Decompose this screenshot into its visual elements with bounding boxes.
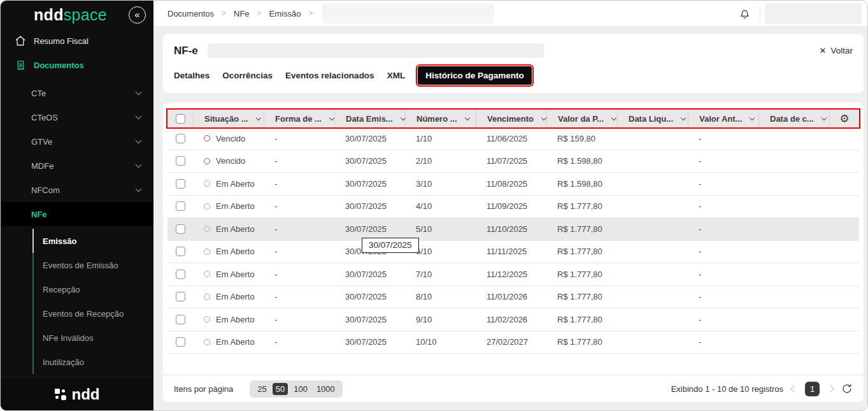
page-size-option-100[interactable]: 100	[290, 383, 311, 395]
chevron-down-icon	[136, 137, 142, 143]
chevron-down-icon	[136, 161, 142, 168]
installment-number-cell: 3/10	[405, 179, 476, 189]
status-cell: Em Aberto	[193, 201, 264, 211]
row-checkbox[interactable]	[176, 247, 185, 256]
status-circle-icon	[204, 180, 210, 187]
topbar: Documentos>NFe>Emissão>	[153, 1, 867, 27]
sidebar-subitem-emissão[interactable]: Emissão	[32, 229, 153, 253]
sidebar-item-mdfe[interactable]: MDFe	[1, 154, 153, 178]
next-page-button[interactable]	[827, 385, 834, 392]
tab-xml[interactable]: XML	[387, 71, 406, 80]
table-row[interactable]: Em Aberto-30/07/20253/1011/08/2025R$ 1.5…	[167, 173, 859, 196]
table-row[interactable]: Vencido-30/07/20252/1011/07/2025R$ 1.598…	[167, 150, 859, 173]
tab-ocorrências[interactable]: Ocorrências	[222, 71, 273, 80]
row-checkbox[interactable]	[176, 315, 185, 324]
sidebar-item-nfe[interactable]: NFe	[1, 202, 153, 226]
gear-icon[interactable]: ⚙	[839, 112, 849, 126]
sidebar-item-resumo-fiscal[interactable]: Resumo Fiscal	[1, 29, 153, 53]
user-menu-redacted[interactable]	[765, 3, 862, 24]
table-row[interactable]: Vencido-30/07/20251/1011/06/2025R$ 159,8…	[167, 127, 859, 150]
sidebar-subitem-recepção[interactable]: Recepção	[32, 277, 153, 301]
current-page-button[interactable]: 1	[805, 382, 820, 396]
sidebar-subitem-eventos-de-recepção[interactable]: Eventos de Recepção	[32, 301, 153, 326]
row-checkbox-cell	[167, 337, 193, 347]
column-header-data-de-c[interactable]: Data de c...	[758, 110, 829, 127]
status-cell: Em Aberto	[193, 315, 264, 324]
sidebar-item-documentos[interactable]: Documentos	[1, 53, 153, 77]
page-title: NF-e	[174, 45, 198, 57]
refresh-icon[interactable]	[841, 383, 853, 394]
breadcrumb-item[interactable]: Emissão	[269, 9, 301, 18]
row-checkbox[interactable]	[176, 179, 185, 189]
column-header-valor-da-p[interactable]: Valor da P...	[546, 110, 617, 127]
installment-value-cell: R$ 1.777,80	[546, 224, 617, 234]
row-checkbox[interactable]	[176, 337, 185, 347]
row-checkbox[interactable]	[176, 201, 185, 211]
select-all-checkbox[interactable]	[176, 114, 185, 124]
breadcrumb-item[interactable]: Documentos	[167, 9, 214, 18]
date-tooltip: 30/07/2025	[362, 238, 419, 253]
back-button[interactable]: ✕ Voltar	[820, 46, 853, 55]
row-checkbox-cell	[167, 201, 193, 211]
table-row[interactable]: Em Aberto-30/07/20257/1011/12/2025R$ 1.7…	[167, 263, 859, 286]
status-label: Em Aberto	[216, 224, 255, 234]
sidebar-item-cte[interactable]: CTe	[1, 81, 153, 105]
sidebar-collapse-button[interactable]: «	[129, 6, 146, 24]
column-header-label: Forma de ...	[275, 114, 322, 124]
sidebar-item-gtve[interactable]: GTVe	[1, 129, 153, 154]
sidebar-item-cteos[interactable]: CTeOS	[1, 105, 153, 129]
row-checkbox[interactable]	[176, 224, 185, 234]
row-checkbox[interactable]	[176, 292, 185, 301]
sidebar-item-nfcom[interactable]: NFCom	[1, 178, 153, 202]
table-body: Vencido-30/07/20251/1011/06/2025R$ 159,8…	[167, 127, 859, 354]
column-header-valor-ant[interactable]: Valor Ant...	[688, 110, 758, 127]
tab-eventos-relacionados[interactable]: Eventos relacionados	[285, 71, 374, 80]
column-header-número[interactable]: Número ...	[405, 110, 476, 127]
column-header-vencimento[interactable]: Vencimento	[476, 110, 546, 127]
table-row[interactable]: Em Aberto-30/07/20255/1011/10/2025R$ 1.7…	[167, 218, 859, 241]
row-checkbox-cell	[167, 134, 193, 143]
previous-page-button[interactable]	[790, 385, 797, 392]
table-row[interactable]: Em Aberto-30/07/202510/1027/02/2027R$ 1.…	[167, 331, 859, 354]
table-row[interactable]: Em Aberto-30/07/20259/1011/02/2026R$ 1.7…	[167, 308, 859, 331]
column-header-data-emis[interactable]: Data Emis...	[334, 110, 405, 127]
installment-value-cell: R$ 1.777,80	[546, 292, 617, 301]
payment-method-cell: -	[264, 224, 334, 234]
column-header-forma-de[interactable]: Forma de ...	[264, 110, 334, 127]
row-checkbox[interactable]	[176, 134, 185, 143]
sidebar-subitem-eventos-de-emissão[interactable]: Eventos de Emissão	[32, 253, 153, 277]
row-checkbox[interactable]	[176, 156, 185, 166]
issue-date-cell: 30/07/2025	[334, 201, 405, 211]
page-size-option-50[interactable]: 50	[273, 383, 288, 395]
tab-bar: DetalhesOcorrênciasEventos relacionadosX…	[163, 58, 864, 85]
payment-history-card: Situação ...Forma de ...Data Emis...Núme…	[163, 103, 864, 402]
tab-detalhes[interactable]: Detalhes	[174, 71, 210, 80]
issue-date-cell: 30/07/2025	[334, 224, 405, 234]
issue-date-cell: 30/07/2025	[334, 292, 405, 301]
page-size-option-25[interactable]: 25	[254, 383, 269, 395]
logo-part-space: space	[64, 6, 107, 24]
pager-zone: Exibindo 1 - 10 de 10 registros 1	[671, 382, 853, 396]
sidebar-item-label: NFe	[31, 210, 47, 219]
status-cell: Em Aberto	[193, 292, 264, 301]
table-row[interactable]: Em Aberto-30/07/20256/1011/11/2025R$ 1.7…	[167, 241, 859, 264]
page-size-option-1000[interactable]: 1000	[313, 383, 338, 395]
tab-histórico-de-pagamento[interactable]: Histórico de Pagamento	[418, 66, 532, 85]
column-header-situação[interactable]: Situação ...	[193, 110, 264, 127]
sidebar-subitem-label: Eventos de Emissão	[43, 261, 118, 270]
breadcrumb-redacted-item	[322, 4, 494, 24]
table-header-row: Situação ...Forma de ...Data Emis...Núme…	[167, 110, 859, 127]
sidebar-subitem-nfe-inválidos[interactable]: NFe Inválidos	[32, 326, 153, 350]
row-checkbox[interactable]	[176, 270, 185, 279]
column-header-data-liqu[interactable]: Data Liqu...	[617, 110, 688, 127]
records-summary: Exibindo 1 - 10 de 10 registros	[671, 384, 783, 394]
bell-icon[interactable]	[738, 7, 751, 20]
due-date-cell: 11/10/2025	[476, 224, 546, 234]
status-cell: Vencido	[193, 134, 264, 143]
sidebar-subitem-inutilização[interactable]: Inutilização	[32, 350, 153, 374]
table-row[interactable]: Em Aberto-30/07/20258/1011/01/2026R$ 1.7…	[167, 286, 859, 309]
issue-date-cell: 30/07/2025	[334, 179, 405, 189]
receipt-icon	[15, 59, 26, 71]
table-row[interactable]: Em Aberto-30/07/20254/1011/09/2025R$ 1.7…	[167, 196, 859, 219]
breadcrumb-item[interactable]: NFe	[234, 9, 250, 18]
